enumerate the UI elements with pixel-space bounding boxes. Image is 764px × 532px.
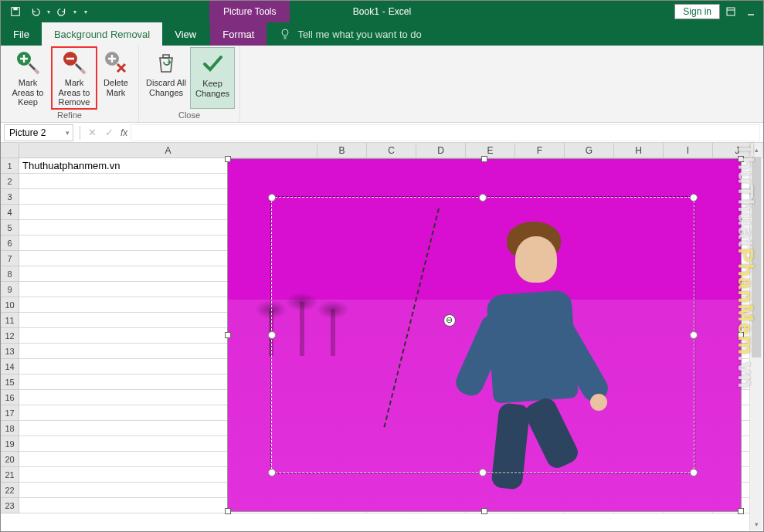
ribbon-display-options-icon[interactable] (722, 2, 740, 21)
svg-point-5 (282, 29, 288, 36)
row-header[interactable]: 4 (1, 205, 19, 220)
tab-format[interactable]: Format (210, 22, 267, 46)
row-header[interactable]: 17 (1, 405, 19, 421)
scroll-thumb[interactable] (752, 157, 761, 357)
discard-label: Discard All Changes (145, 78, 187, 97)
mark-areas-to-remove-button[interactable]: Mark Areas to Remove (52, 47, 97, 109)
delete-mark-label: Delete Mark (100, 78, 132, 97)
row-header[interactable]: 21 (1, 467, 19, 483)
group-label-close: Close (178, 109, 200, 122)
column-headers: A B C D E F G H I J (1, 143, 763, 158)
row-header[interactable]: 10 (1, 297, 19, 313)
row-header[interactable]: 5 (1, 220, 19, 236)
row-header[interactable]: 3 (1, 189, 19, 205)
doc-name: Book1 (353, 6, 379, 17)
tell-me-placeholder: Tell me what you want to do (297, 29, 421, 40)
quick-access-toolbar: ▾ ▾ ▾ (1, 3, 87, 20)
recycle-icon (154, 50, 178, 75)
enter-icon[interactable]: ✓ (100, 124, 117, 141)
select-all-corner[interactable] (1, 143, 19, 158)
handle-bot-right[interactable] (690, 469, 698, 476)
undo-icon[interactable] (27, 3, 44, 20)
app-name: Excel (389, 6, 411, 17)
tab-view[interactable]: View (162, 22, 209, 46)
handle-mid-left[interactable] (268, 331, 276, 339)
minus-pencil-icon (62, 50, 87, 75)
cancel-icon[interactable]: ✕ (83, 124, 100, 141)
redo-dropdown-icon[interactable]: ▾ (73, 8, 76, 15)
row-header[interactable]: 6 (1, 236, 19, 251)
name-box[interactable]: Picture 2 (4, 124, 73, 141)
col-header-D[interactable]: D (416, 143, 466, 158)
col-header-E[interactable]: E (466, 143, 515, 158)
tab-background-removal[interactable]: Background Removal (42, 22, 162, 46)
lightbulb-icon (279, 28, 291, 40)
formula-input[interactable] (131, 124, 760, 141)
sign-in-button[interactable]: Sign in (674, 4, 720, 19)
handle-top-mid[interactable] (479, 194, 487, 202)
row-header[interactable]: 8 (1, 266, 19, 282)
scroll-up-icon[interactable]: ▴ (750, 143, 762, 156)
name-box-value: Picture 2 (9, 127, 46, 138)
contextual-tab-label: Picture Tools (209, 1, 290, 22)
row-header[interactable]: 19 (1, 436, 19, 452)
undo-dropdown-icon[interactable]: ▾ (47, 8, 50, 15)
fx-icon[interactable]: fx (121, 127, 127, 138)
window-title: Book1 - Excel (353, 6, 411, 17)
minimize-icon[interactable] (742, 2, 760, 21)
checkmark-icon (200, 51, 225, 76)
mark-remove-label: Mark Areas to Remove (53, 78, 95, 107)
row-header[interactable]: 22 (1, 483, 19, 498)
ribbon-tabs: File Background Removal View Format Tell… (1, 22, 763, 46)
redo-icon[interactable] (53, 3, 70, 20)
row-header[interactable]: 15 (1, 374, 19, 390)
row-header[interactable]: 16 (1, 390, 19, 405)
col-header-B[interactable]: B (317, 143, 367, 158)
row-header[interactable]: 11 (1, 313, 19, 328)
tab-file[interactable]: File (1, 22, 42, 46)
svg-rect-1 (13, 8, 17, 11)
qat-customize-icon[interactable]: ▾ (84, 8, 87, 15)
delete-mark-button[interactable]: Delete Mark (98, 47, 134, 109)
keep-changes-button[interactable]: Keep Changes (190, 47, 235, 109)
row-header[interactable]: 13 (1, 344, 19, 359)
ribbon-group-refine: Mark Areas to Keep Mark Areas to Remove … (1, 46, 139, 122)
row-header[interactable]: 2 (1, 174, 19, 189)
ribbon-group-close: Discard All Changes Keep Changes Close (139, 46, 240, 122)
row-header[interactable]: 18 (1, 421, 19, 436)
handle-top-left[interactable] (268, 194, 276, 202)
col-header-C[interactable]: C (367, 143, 416, 158)
ribbon: Mark Areas to Keep Mark Areas to Remove … (1, 46, 763, 123)
keep-label: Keep Changes (192, 79, 233, 98)
mark-areas-to-keep-button[interactable]: Mark Areas to Keep (5, 47, 50, 109)
col-header-A[interactable]: A (19, 143, 317, 158)
svg-rect-2 (727, 8, 735, 15)
group-label-refine: Refine (57, 109, 82, 122)
row-header[interactable]: 1 (1, 158, 19, 174)
plus-pencil-icon (15, 50, 40, 75)
handle-bot-left[interactable] (268, 469, 276, 476)
tell-me-search[interactable]: Tell me what you want to do (267, 22, 421, 46)
formula-bar: Picture 2 ✕ ✓ fx (1, 123, 763, 143)
row-header[interactable]: 14 (1, 359, 19, 374)
save-icon[interactable] (7, 3, 24, 20)
picture-object[interactable]: ⊖ (228, 159, 741, 511)
scroll-down-icon[interactable]: ▾ (750, 517, 762, 530)
handle-top-right[interactable] (690, 194, 698, 202)
crop-marquee[interactable] (271, 197, 694, 473)
col-header-G[interactable]: G (565, 143, 614, 158)
vertical-scrollbar[interactable]: ▴ ▾ (749, 143, 762, 530)
row-header[interactable]: 23 (1, 498, 19, 513)
handle-bot-mid[interactable] (479, 469, 487, 476)
row-header[interactable]: 9 (1, 282, 19, 297)
col-header-F[interactable]: F (515, 143, 565, 158)
row-header[interactable]: 20 (1, 452, 19, 467)
col-header-H[interactable]: H (614, 143, 664, 158)
discard-all-changes-button[interactable]: Discard All Changes (144, 47, 188, 109)
spreadsheet-grid: A B C D E F G H I J 1Thuthuatphanmem.vn2… (1, 143, 763, 513)
mark-keep-label: Mark Areas to Keep (7, 78, 49, 107)
row-header[interactable]: 7 (1, 251, 19, 266)
col-header-I[interactable]: I (664, 143, 713, 158)
row-header[interactable]: 12 (1, 328, 19, 344)
handle-mid-right[interactable] (690, 331, 698, 339)
